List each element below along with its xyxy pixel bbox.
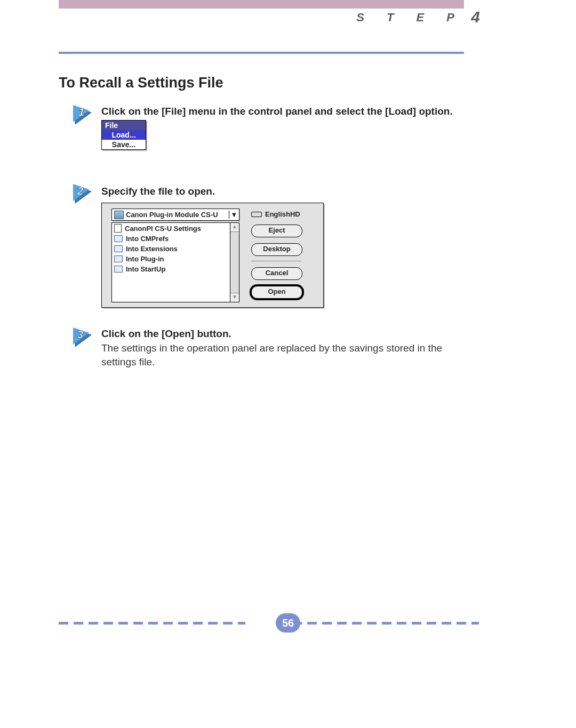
file-menu-header[interactable]: File [102,121,146,130]
eject-button[interactable]: Eject [251,225,302,237]
header-bar [59,0,464,9]
desktop-button[interactable]: Desktop [251,243,302,256]
folder-popup-label: Canon Plug-in Module CS-U [126,211,218,219]
disk-label: EnglishHD [251,210,300,218]
list-item[interactable]: Into CMPrefs [112,234,230,244]
file-menu[interactable]: File Load... Save... [101,120,146,150]
cancel-button[interactable]: Cancel [251,267,302,280]
scroll-down-icon[interactable]: ▼ [230,293,239,302]
open-file-dialog: Canon Plug-in Module CS-U ▼ EnglishHD Ca… [101,203,324,308]
file-list: CanonPI CS-U Settings Into CMPrefs Into … [111,222,239,302]
step-badge-1-icon: 1 [72,104,95,125]
disk-icon [251,212,262,217]
list-item-label: Into Plug-in [126,255,164,263]
step1-instruction: Click on the [File] menu in the control … [101,106,453,117]
page-number: 56 [276,613,300,633]
folder-icon [114,245,123,252]
folder-popup[interactable]: Canon Plug-in Module CS-U ▼ [111,209,239,221]
scroll-up-icon[interactable]: ▲ [230,223,239,232]
step-badge-2-icon: 2 [72,183,95,204]
file-menu-item-save[interactable]: Save... [102,140,146,149]
section-title: To Recall a Settings File [59,75,223,91]
list-item-label: CanonPI CS-U Settings [125,225,201,233]
scrollbar[interactable]: ▲ ▼ [230,223,239,302]
folder-popup-icon [114,211,124,219]
horizontal-rule [59,52,464,54]
svg-text:3: 3 [77,329,83,340]
chevron-down-icon[interactable]: ▼ [229,211,239,219]
file-menu-item-load[interactable]: Load... [102,130,146,140]
list-item[interactable]: Into Extensions [112,244,230,254]
list-item[interactable]: Into Plug-in [112,254,230,264]
list-item[interactable]: CanonPI CS-U Settings [112,223,230,234]
open-button[interactable]: Open [251,286,302,299]
svg-text:1: 1 [78,106,84,118]
list-item-label: Into StartUp [126,265,165,273]
step-label: S T E P [356,11,464,25]
svg-text:2: 2 [77,185,83,197]
step-badge-3-icon: 3 [72,326,95,348]
list-item-label: Into Extensions [126,245,178,253]
list-item[interactable]: Into StartUp [112,264,230,274]
folder-icon [114,266,123,273]
step3-description: The settings in the operation panel are … [101,341,459,369]
folder-icon [114,255,123,262]
step3-heading: Click on the [Open] button. [101,328,231,340]
step-number: 4 [471,8,480,26]
page-number-wrap: 56 [0,613,576,633]
file-list-inner: CanonPI CS-U Settings Into CMPrefs Into … [112,223,230,302]
folder-icon [114,235,123,242]
list-item-label: Into CMPrefs [126,235,169,243]
button-separator [251,261,301,261]
step2-instruction: Specify the file to open. [101,186,215,197]
disk-name: EnglishHD [265,210,300,218]
document-icon [114,224,122,233]
